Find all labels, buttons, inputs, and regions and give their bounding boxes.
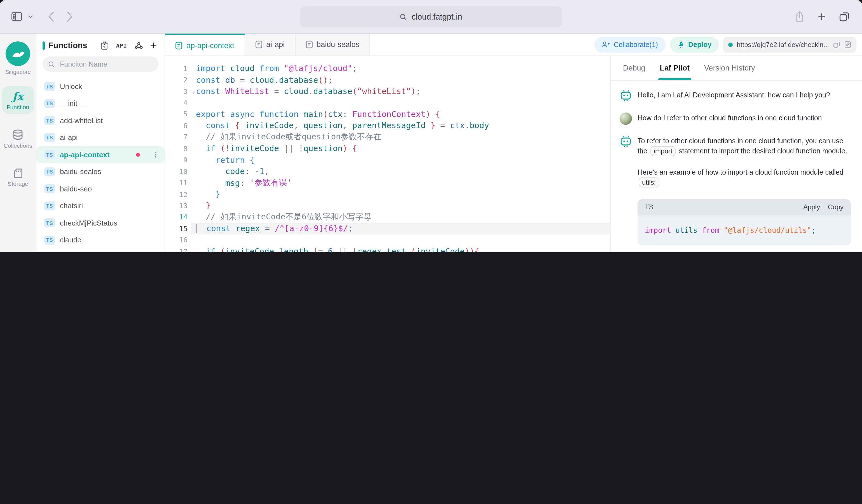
code-line[interactable]: 9 return { — [165, 154, 610, 166]
address-bar[interactable]: cloud.fatgpt.in — [300, 6, 562, 27]
line-number: 10 — [165, 167, 191, 175]
tab-debug[interactable]: Debug — [623, 56, 645, 80]
file-icon — [305, 40, 313, 49]
sidebar-toggle-icon[interactable] — [11, 12, 22, 21]
browser-chrome: cloud.fatgpt.in + — [0, 0, 862, 34]
code-line[interactable]: 7 // 如果inviteCode或者question参数不存在 — [165, 131, 610, 143]
typescript-badge: TS — [44, 201, 55, 210]
trigger-icon[interactable] — [134, 41, 143, 50]
line-number: 11 — [165, 178, 191, 187]
left-rail: Singapore ƒx Function Collections — [0, 34, 36, 252]
tab-version-history[interactable]: Version History — [704, 56, 755, 80]
code-line[interactable]: 14 // 如果inviteCode不是6位数字和小写字母 — [165, 211, 610, 223]
app-url-pill[interactable]: https://qjq7e2.laf.dev/checkin... — [723, 37, 857, 52]
code-line[interactable]: 2const db = cloud.database(); — [165, 74, 610, 85]
code-line[interactable]: 16 — [165, 234, 610, 246]
recycle-bin-icon[interactable] — [101, 41, 109, 50]
line-number: 5 — [165, 110, 191, 118]
function-list-item[interactable]: TSdelDB — [36, 249, 165, 252]
code-line[interactable]: 13 } — [165, 200, 610, 212]
forward-icon[interactable] — [67, 11, 73, 22]
message-text: Here's an example of how to import a clo… — [638, 167, 851, 187]
editor-toolbar: ap-api-context ai-api baidu-sealos — [165, 34, 862, 56]
function-list-item[interactable]: TSap-api-context⋮ — [36, 146, 165, 163]
assistant-panel: Debug Laf Pilot Version History Hello, I… — [610, 56, 862, 252]
line-number: 6 — [165, 121, 191, 130]
chevron-down-icon[interactable] — [28, 15, 33, 18]
chat-message: TSApplyCopyimport utils from "@lafjs/clo… — [619, 198, 851, 245]
message-text: How do I refer to other cloud functions … — [638, 112, 851, 125]
fold-chevron-icon[interactable]: ⌄ — [192, 88, 195, 94]
code-line[interactable]: 11 msg: '参数有误' — [165, 177, 610, 189]
tab-laf-pilot[interactable]: Laf Pilot — [660, 56, 690, 80]
functions-panel: Functions API + — [36, 34, 165, 252]
new-tab-icon[interactable]: + — [818, 13, 826, 21]
edit-icon[interactable] — [844, 41, 851, 48]
tab-baidu-sealos[interactable]: baidu-sealos — [295, 34, 370, 55]
back-icon[interactable] — [48, 11, 54, 22]
function-list-item[interactable]: TSclaude — [36, 231, 165, 249]
code-line[interactable]: 10 code: -1, — [165, 166, 610, 177]
function-list-item[interactable]: TSai-api — [36, 129, 165, 146]
chat-message: Here's an example of how to import a clo… — [619, 167, 851, 187]
status-dot — [728, 42, 733, 47]
code-line[interactable]: 15 const regex = /^[a-z0-9]{6}$/; — [165, 223, 610, 234]
tab-ap-api-context[interactable]: ap-api-context — [165, 34, 245, 55]
tab-overview-icon[interactable] — [839, 11, 850, 22]
tab-ai-api[interactable]: ai-api — [245, 34, 295, 55]
code-line[interactable]: 4 — [165, 97, 610, 109]
code-line[interactable]: 6 const { inviteCode, question, parentMe… — [165, 120, 610, 131]
function-list-item[interactable]: TSadd-whiteList — [36, 112, 165, 129]
inline-code-chip: utils: — [639, 177, 659, 187]
chat-message: How do I refer to other cloud functions … — [619, 112, 851, 125]
copy-icon[interactable] — [833, 41, 840, 48]
inline-code-chip: import — [650, 146, 676, 156]
url-text: cloud.fatgpt.in — [412, 12, 462, 21]
code-line[interactable]: 5export async function main(ctx: Functio… — [165, 109, 610, 120]
function-list-item[interactable]: TScheckMjPicStatus — [36, 214, 165, 231]
avatar — [619, 112, 632, 125]
deploy-button[interactable]: Deploy — [670, 37, 719, 52]
code-line[interactable]: 3⌄const WhiteList = cloud.database(“whit… — [165, 85, 610, 97]
line-number: 4 — [165, 98, 191, 107]
functions-panel-title: Functions — [49, 41, 101, 50]
typescript-badge: TS — [44, 184, 55, 194]
snippet-language-label: TS — [645, 203, 653, 212]
function-search[interactable] — [42, 56, 158, 72]
function-list-item[interactable]: TSchatsiri — [36, 197, 165, 214]
laf-logo[interactable] — [5, 41, 30, 66]
sidebar-item-storage[interactable]: Storage — [2, 163, 34, 190]
app-url-text: https://qjq7e2.laf.dev/checkin... — [736, 41, 829, 49]
code-lines[interactable]: 1import cloud from "@lafjs/cloud";2const… — [165, 56, 610, 252]
apply-button[interactable]: Apply — [803, 203, 820, 212]
message-text: Hello, I am Laf AI Development Assistant… — [638, 90, 851, 102]
code-line[interactable]: 17 if (inviteCode.length != 6 || !regex.… — [165, 246, 610, 252]
code-line[interactable]: 12 } — [165, 189, 610, 200]
collaborate-button[interactable]: Collaborate(1) — [595, 37, 665, 52]
database-icon — [12, 129, 24, 141]
kebab-menu-icon[interactable]: ⋮ — [152, 150, 159, 159]
code-line[interactable]: 1import cloud from "@lafjs/cloud"; — [165, 63, 610, 74]
line-number: 14 — [165, 213, 191, 221]
typescript-badge: TS — [44, 236, 55, 244]
copy-button[interactable]: Copy — [828, 203, 844, 212]
typescript-badge: TS — [44, 150, 55, 159]
add-function-icon[interactable]: + — [151, 41, 157, 49]
function-list-item[interactable]: TSbaidu-seo — [36, 180, 165, 197]
share-icon[interactable] — [795, 11, 804, 22]
sidebar-item-collections[interactable]: Collections — [2, 125, 34, 152]
function-search-input[interactable] — [59, 59, 153, 69]
function-list-item[interactable]: TSUnlock — [36, 78, 165, 95]
search-icon — [48, 61, 55, 67]
code-line[interactable]: 8 if (!inviteCode || !question) { — [165, 143, 610, 154]
api-docs-icon[interactable]: API — [116, 42, 127, 49]
sidebar-item-function[interactable]: ƒx Function — [2, 86, 34, 114]
robot-icon — [619, 135, 632, 156]
typescript-badge: TS — [44, 82, 55, 91]
function-list-item[interactable]: TSbaidu-sealos — [36, 163, 165, 180]
line-number: 2 — [165, 76, 191, 84]
typescript-badge: TS — [44, 218, 55, 227]
function-list-item[interactable]: TS__init__ — [36, 95, 165, 112]
storage-icon — [12, 167, 24, 179]
line-number: 16 — [165, 236, 191, 244]
